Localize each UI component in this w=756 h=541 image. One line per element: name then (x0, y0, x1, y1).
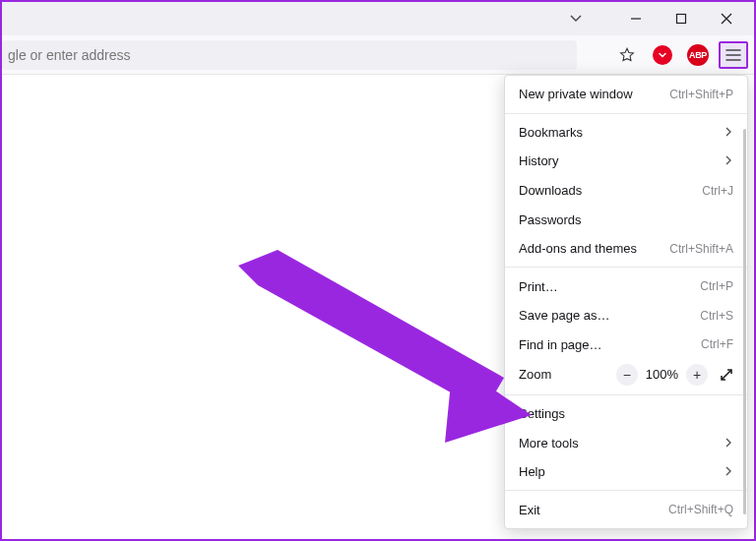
menu-history[interactable]: History (505, 147, 747, 176)
menu-separator (505, 490, 747, 491)
app-menu-button[interactable] (719, 41, 748, 69)
menu-shortcut: Ctrl+Shift+Q (668, 503, 733, 516)
menu-label: Exit (519, 503, 540, 517)
menu-label: Save page as… (519, 308, 610, 323)
menu-label: History (519, 153, 558, 168)
menu-print[interactable]: Print… Ctrl+P (505, 271, 747, 301)
menu-shortcut: Ctrl+Shift+P (669, 88, 733, 101)
menu-more-tools[interactable]: More tools (505, 428, 747, 457)
menu-label: Bookmarks (519, 125, 583, 140)
menu-label: Downloads (519, 183, 582, 198)
chevron-right-icon (724, 464, 733, 479)
zoom-value: 100% (646, 367, 678, 382)
menu-label: More tools (519, 436, 579, 451)
menu-label: New private window (519, 87, 633, 101)
address-bar[interactable]: gle or enter address (2, 40, 577, 70)
menu-zoom-row: Zoom − 100% + (505, 359, 747, 391)
menu-help[interactable]: Help (505, 457, 747, 487)
menu-bookmarks[interactable]: Bookmarks (505, 118, 747, 148)
menu-exit[interactable]: Exit Ctrl+Shift+Q (505, 495, 747, 524)
menu-separator (505, 394, 747, 395)
menu-label: Passwords (519, 212, 582, 227)
svg-rect-1 (677, 15, 686, 24)
menu-shortcut: Ctrl+J (702, 184, 733, 198)
menu-downloads[interactable]: Downloads Ctrl+J (505, 176, 747, 206)
window-maximize-button[interactable] (660, 5, 703, 32)
adblock-plus-icon[interactable]: ABP (683, 41, 713, 69)
menu-find-in-page[interactable]: Find in page… Ctrl+F (505, 331, 747, 360)
browser-window: gle or enter address ABP New private win… (0, 0, 756, 541)
zoom-in-button[interactable]: + (686, 364, 708, 386)
browser-toolbar: gle or enter address ABP (2, 35, 754, 75)
menu-shortcut: Ctrl+S (700, 309, 733, 323)
app-menu-panel: New private window Ctrl+Shift+P Bookmark… (504, 75, 748, 529)
fullscreen-icon[interactable] (716, 364, 737, 386)
window-minimize-button[interactable] (614, 5, 658, 32)
menu-label: Print… (519, 279, 558, 294)
menu-scrollbar[interactable] (743, 129, 746, 514)
menu-separator (505, 113, 747, 114)
menu-shortcut: Ctrl+Shift+A (669, 242, 733, 256)
address-bar-placeholder: gle or enter address (8, 47, 131, 63)
menu-new-private-window[interactable]: New private window Ctrl+Shift+P (505, 80, 747, 109)
chevron-right-icon (724, 436, 733, 451)
menu-label: Add-ons and themes (519, 241, 637, 256)
window-close-button[interactable] (705, 5, 748, 32)
menu-shortcut: Ctrl+F (701, 337, 733, 351)
menu-separator (505, 267, 747, 268)
menu-save-page-as[interactable]: Save page as… Ctrl+S (505, 301, 747, 331)
menu-addons[interactable]: Add-ons and themes Ctrl+Shift+A (505, 234, 747, 264)
chevron-right-icon (724, 153, 733, 168)
tab-overflow-chevron-icon[interactable] (561, 5, 591, 32)
menu-passwords[interactable]: Passwords (505, 205, 747, 234)
menu-shortcut: Ctrl+P (700, 279, 733, 293)
menu-label: Help (519, 464, 545, 479)
chevron-right-icon (724, 125, 733, 140)
menu-label: Zoom (519, 367, 551, 382)
zoom-out-button[interactable]: − (616, 364, 638, 386)
menu-label: Settings (519, 406, 565, 421)
menu-label: Find in page… (519, 337, 602, 352)
pocket-icon[interactable] (648, 41, 677, 69)
menu-settings[interactable]: Settings (505, 399, 747, 429)
bookmark-star-icon[interactable] (612, 41, 642, 69)
window-titlebar (2, 2, 754, 35)
